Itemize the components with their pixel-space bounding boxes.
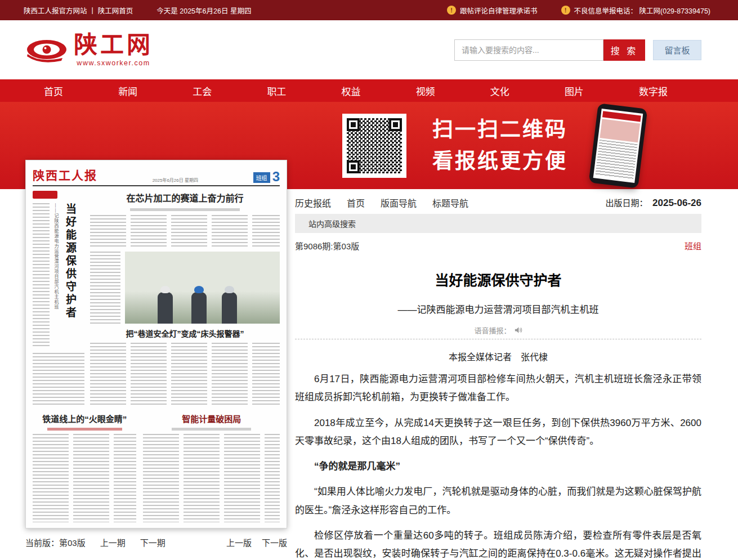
paper-article3-title: 铁道线上的“火眼金睛” — [33, 413, 136, 424]
advanced-search-link[interactable]: 站内高级搜索 — [295, 214, 701, 233]
tts-control[interactable]: 语音播报： — [295, 325, 701, 335]
paper-left-strip: ——记陕西能源电力运营渭河项目部汽机主机班 当好能源保供守护者 — [33, 191, 84, 407]
banner-line-2: 看报纸更方便 — [432, 146, 567, 177]
nav-item-union[interactable]: 工会 — [193, 84, 212, 98]
phone-screen — [593, 108, 643, 182]
paper-masthead-title: 陕西工人报 — [33, 166, 97, 183]
home-link[interactable]: 陕工网首页 — [98, 5, 133, 16]
commitment-badge-icon: ! — [447, 6, 456, 15]
pager-right: 上一版 下一版 — [226, 536, 287, 548]
banner-line-1: 扫一扫二维码 — [432, 114, 567, 146]
paper-vertical-article: ——记陕西能源电力运营渭河项目部汽机主机班 当好能源保供守护者 — [33, 203, 84, 348]
next-page-link[interactable]: 下一版 — [262, 536, 287, 548]
fake-text-block — [90, 215, 280, 248]
paper-article1-title: 在芯片加工的赛道上奋力前行 — [90, 191, 280, 204]
fake-text-block — [33, 203, 50, 348]
paper-vertical-title: 当好能源保供守护者 — [62, 203, 78, 348]
photo-figure — [191, 292, 207, 324]
nav-item-culture[interactable]: 文化 — [490, 84, 509, 98]
page-pager: 当前版：第03版 上一期 下一期 上一版 下一版 — [25, 536, 287, 548]
publish-date-label: 出版日期： — [606, 198, 648, 208]
topbar-left: 陕西工人报官方网站 | 陕工网首页 今天是 2025年6月26日 星期四 — [24, 5, 251, 16]
comment-commitment-link[interactable]: 跟帖评论自律管理承诺书 — [460, 5, 538, 16]
paper-top-area: ——记陕西能源电力运营渭河项目部汽机主机班 当好能源保供守护者 在芯片加工的赛道… — [33, 186, 280, 407]
newspaper-page-preview[interactable]: 陕西工人报 2025年6月26日 星期四 班组 3 ——记陕西能源电力运营渭河项… — [25, 160, 287, 528]
paper-section-label: 班组 — [253, 172, 270, 183]
topbar: 陕西工人报官方网站 | 陕工网首页 今天是 2025年6月26日 星期四 ! 跟… — [0, 0, 738, 20]
publish-date-value: 2025-06-26 — [652, 198, 701, 208]
paper-article4-title: 智能计量破困局 — [143, 413, 280, 424]
nav-item-pictures[interactable]: 图片 — [565, 84, 584, 98]
nav-item-workers[interactable]: 职工 — [267, 84, 286, 98]
next-issue-link[interactable]: 下一期 — [140, 536, 166, 548]
paper-article4: 智能计量破困局 — [143, 413, 280, 522]
issue-info: 第9086期:第03版 — [295, 240, 359, 252]
article: 当好能源保供守护者 ——记陕西能源电力运营渭河项目部汽机主机班 语音播报： 本报… — [295, 269, 701, 560]
dashed-divider — [295, 339, 701, 339]
byline: 本报全媒体记者 张代棣 — [295, 350, 701, 363]
main-nav: 首页 新闻 工会 职工 权益 视频 文化 图片 数字报 — [0, 79, 738, 102]
speaker-icon[interactable] — [514, 326, 522, 334]
paper-article1-subtitle — [130, 208, 240, 211]
pager-left: 当前版：第03版 上一期 下一期 — [25, 536, 166, 548]
paragraph-3: “如果用人体比喻火力发电厂，汽轮机就是驱动身体的心脏，而我们就是为这颗心脏保驾护… — [295, 483, 701, 519]
prev-issue-link[interactable]: 上一期 — [100, 536, 126, 548]
photo-figure — [222, 292, 237, 324]
paper-article2-title: 把“巷道安全灯”变成“床头报警器” — [90, 328, 280, 339]
paper-photo-row — [90, 252, 280, 324]
site-logo[interactable]: 陕工网 www.sxworker.com — [25, 33, 153, 67]
publish-date: 出版日期： 2025-06-26 — [606, 196, 701, 209]
title-nav-link[interactable]: 标题导航 — [432, 196, 468, 209]
paper-page-number: 3 — [272, 171, 280, 183]
prev-page-link[interactable]: 上一版 — [226, 536, 252, 548]
paper-red-tag — [33, 191, 57, 199]
phone-image — [600, 119, 640, 142]
paper-nav: 历史报纸 首页 版面导航 标题导航 出版日期： 2025-06-26 — [295, 191, 701, 214]
qr-code — [342, 114, 406, 178]
banner-text: 扫一扫二维码 看报纸更方便 — [432, 114, 567, 177]
paragraph-1: 6月17日，陕西能源电力运营渭河项目部检修车间热火朝天，汽机主机班班长詹泾永正带… — [295, 370, 701, 407]
fake-text-block — [33, 353, 84, 407]
fake-text-block — [33, 434, 136, 522]
nav-item-video[interactable]: 视频 — [416, 84, 435, 98]
paragraph-2: 2018年成立至今，从完成14天更换转子这一艰巨任务，到创下保供热3960万平方… — [295, 414, 701, 451]
tts-label: 语音播报： — [474, 325, 511, 335]
nav-item-news[interactable]: 新闻 — [118, 84, 137, 98]
paper-center-area: 在芯片加工的赛道上奋力前行 把“巷道安全灯”变成“床头报警器” — [90, 191, 280, 407]
paper-masthead: 陕西工人报 2025年6月26日 星期四 班组 3 — [33, 166, 280, 186]
nav-item-home[interactable]: 首页 — [44, 84, 63, 98]
issue-row: 第9086期:第03版 班组 — [295, 233, 701, 258]
search-button[interactable]: 搜 索 — [603, 39, 645, 61]
logo-text: 陕工网 www.sxworker.com — [74, 33, 153, 67]
section-heading: “争的就是那几毫米” — [295, 458, 701, 476]
section-tag[interactable]: 班组 — [685, 240, 701, 252]
paper-vertical-subtitle: ——记陕西能源电力运营渭河项目部汽机主机班 — [53, 203, 59, 348]
nav-item-digital-paper[interactable]: 数字报 — [639, 84, 668, 98]
article-title: 当好能源保供守护者 — [295, 269, 701, 289]
qr-finder-icon — [347, 118, 360, 131]
site-header: 陕工网 www.sxworker.com 搜 索 留言板 — [0, 20, 738, 79]
photo-figure — [158, 292, 173, 324]
qr-finder-icon — [389, 118, 402, 131]
logo-icon — [25, 35, 68, 65]
fake-text-block — [90, 252, 120, 324]
layout-nav-link[interactable]: 版面导航 — [381, 196, 417, 209]
report-badge-icon: ! — [561, 6, 570, 15]
paper-masthead-date: 2025年6月26日 星期四 — [153, 177, 198, 183]
history-paper-link[interactable]: 历史报纸 — [295, 196, 331, 209]
search-input[interactable] — [454, 39, 603, 61]
logo-title: 陕工网 — [74, 33, 153, 57]
report-item: ! 不良信息举报电话： 陕工网(029-87339475) — [561, 5, 710, 16]
message-board-button[interactable]: 留言板 — [653, 40, 701, 60]
article-pane: 历史报纸 首页 版面导航 标题导航 出版日期： 2025-06-26 站内高级搜… — [292, 191, 701, 560]
official-site-link[interactable]: 陕西工人报官方网站 — [24, 5, 87, 16]
paragraph-4: 检修区停放着一个重量达60多吨的转子。班组成员陈涛介绍，要检查所有零件表层是否氧… — [295, 527, 701, 560]
today-date: 今天是 2025年6月26日 星期四 — [156, 5, 251, 16]
nav-item-rights[interactable]: 权益 — [342, 84, 361, 98]
paper-home-link[interactable]: 首页 — [347, 196, 365, 209]
topbar-right: ! 跟帖评论自律管理承诺书 ! 不良信息举报电话： 陕工网(029-873394… — [447, 5, 710, 16]
paper-bottom-area: 铁道线上的“火眼金睛” 智能计量破困局 — [33, 413, 280, 522]
topbar-separator: | — [92, 6, 93, 14]
qr-finder-icon — [347, 160, 360, 173]
fake-text-block — [143, 434, 280, 522]
